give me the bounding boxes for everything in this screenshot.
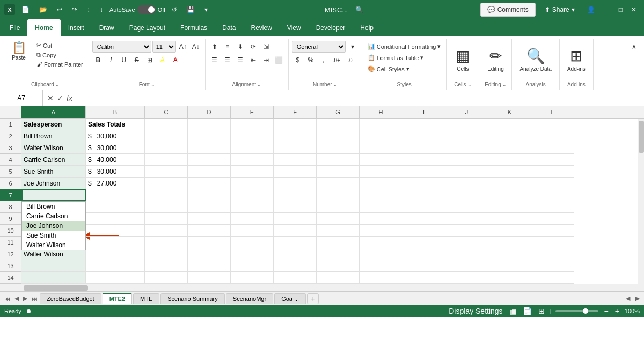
cell-g3[interactable] xyxy=(317,142,360,154)
cell-c8[interactable] xyxy=(145,201,188,213)
row-header-10[interactable]: 10 xyxy=(0,225,21,237)
cell-a4[interactable]: Carrie Carlson xyxy=(21,154,86,166)
tab-help[interactable]: Help xyxy=(353,19,381,36)
cell-j6[interactable] xyxy=(445,178,488,189)
cell-d2[interactable] xyxy=(188,130,231,142)
outdent-btn[interactable]: ⇤ xyxy=(247,54,259,66)
tab-insert[interactable]: Insert xyxy=(61,19,92,36)
cell-f5[interactable] xyxy=(274,166,317,178)
sort-desc-btn[interactable]: ↓ xyxy=(97,4,106,16)
cell-g8[interactable] xyxy=(317,201,360,213)
cell-a3[interactable]: Walter Wilson xyxy=(21,142,86,154)
cell-styles-btn[interactable]: 🎨 Cell Styles ▾ xyxy=(365,64,412,73)
col-header-c[interactable]: C xyxy=(145,106,188,118)
col-header-b[interactable]: B xyxy=(86,106,145,118)
cell-e8[interactable] xyxy=(231,201,274,213)
cell-k13[interactable] xyxy=(488,260,531,272)
cell-j5[interactable] xyxy=(445,166,488,178)
sheet-nav-first[interactable]: ⏮ xyxy=(2,294,12,303)
cell-b11[interactable] xyxy=(86,237,145,248)
cell-f12[interactable] xyxy=(274,248,317,260)
strikethrough-btn[interactable]: S xyxy=(131,54,143,66)
zoom-out-btn[interactable]: − xyxy=(603,307,609,315)
merge-btn[interactable]: ⬜ xyxy=(273,54,285,66)
row-header-5[interactable]: 5 xyxy=(0,166,21,178)
cells-btn[interactable]: ▦ Cells xyxy=(450,45,475,74)
cell-i11[interactable] xyxy=(402,237,445,248)
font-name-select[interactable]: Calibri xyxy=(92,41,151,53)
cell-h8[interactable] xyxy=(360,201,402,213)
fill-color-btn[interactable]: A xyxy=(157,54,169,66)
cell-d12[interactable] xyxy=(188,248,231,260)
cell-h4[interactable] xyxy=(360,154,402,166)
cell-k10[interactable] xyxy=(488,225,531,237)
minimize-btn[interactable]: — xyxy=(601,4,613,16)
sheet-scroll-left[interactable]: ◀ xyxy=(624,294,632,303)
indent-btn[interactable]: ⇥ xyxy=(260,54,272,66)
share-btn[interactable]: ⬆ Share ▾ xyxy=(538,3,582,17)
tab-page-layout[interactable]: Page Layout xyxy=(122,19,173,36)
row-header-12[interactable]: 12 xyxy=(0,248,21,260)
tab-data[interactable]: Data xyxy=(215,19,243,36)
comments-btn[interactable]: 💬 Comments xyxy=(480,3,536,17)
tab-view[interactable]: View xyxy=(280,19,309,36)
decrease-font-btn[interactable]: A↓ xyxy=(190,41,202,53)
addins-btn[interactable]: ⊞ Add-ins xyxy=(563,45,590,74)
cell-b9[interactable] xyxy=(86,213,145,225)
cell-l2[interactable] xyxy=(531,130,574,142)
cell-g6[interactable] xyxy=(317,178,360,189)
cell-g2[interactable] xyxy=(317,130,360,142)
cell-b14[interactable] xyxy=(86,272,145,284)
autosave-toggle[interactable]: AutoSave Off xyxy=(109,5,165,14)
cell-h14[interactable] xyxy=(360,272,402,284)
v-scroll-thumb[interactable] xyxy=(639,121,644,153)
save-btn[interactable]: 💾 xyxy=(184,4,198,16)
cell-a5[interactable]: Sue Smith xyxy=(21,166,86,178)
col-header-d[interactable]: D xyxy=(188,106,231,118)
cell-e14[interactable] xyxy=(231,272,274,284)
cell-k9[interactable] xyxy=(488,213,531,225)
underline-btn[interactable]: U xyxy=(118,54,130,66)
autosave-switch[interactable] xyxy=(137,5,156,14)
cell-g11[interactable] xyxy=(317,237,360,248)
cell-f6[interactable] xyxy=(274,178,317,189)
sheet-nav-next[interactable]: ▶ xyxy=(21,294,30,303)
col-header-k[interactable]: K xyxy=(488,106,531,118)
row-header-2[interactable]: 2 xyxy=(0,130,21,142)
tab-developer[interactable]: Developer xyxy=(309,19,353,36)
cell-d1[interactable] xyxy=(188,119,231,130)
open-btn[interactable]: 📂 xyxy=(36,4,50,16)
tab-draw[interactable]: Draw xyxy=(92,19,122,36)
display-settings-btn[interactable]: Display Settings xyxy=(448,307,503,315)
redo-btn[interactable]: ↷ xyxy=(69,4,80,16)
cell-g12[interactable] xyxy=(317,248,360,260)
cell-l9[interactable] xyxy=(531,213,574,225)
cell-a1[interactable]: Salesperson xyxy=(21,119,86,130)
cell-k7[interactable] xyxy=(488,189,531,201)
row-header-6[interactable]: 6 xyxy=(0,178,21,189)
maximize-btn[interactable]: □ xyxy=(616,4,626,16)
cell-l8[interactable] xyxy=(531,201,574,213)
cell-c9[interactable] xyxy=(145,213,188,225)
cell-g9[interactable] xyxy=(317,213,360,225)
cell-l7[interactable] xyxy=(531,189,574,201)
cell-k11[interactable] xyxy=(488,237,531,248)
cell-d4[interactable] xyxy=(188,154,231,166)
number-dropdown-btn[interactable]: ▾ xyxy=(347,41,358,53)
cell-e13[interactable] xyxy=(231,260,274,272)
cell-c13[interactable] xyxy=(145,260,188,272)
cell-e9[interactable] xyxy=(231,213,274,225)
cell-f3[interactable] xyxy=(274,142,317,154)
cell-l11[interactable] xyxy=(531,237,574,248)
row-header-3[interactable]: 3 xyxy=(0,142,21,154)
tab-formulas[interactable]: Formulas xyxy=(173,19,215,36)
formula-input[interactable] xyxy=(77,94,644,102)
col-header-g[interactable]: G xyxy=(317,106,360,118)
align-middle-btn[interactable]: ≡ xyxy=(222,41,233,53)
conditional-formatting-btn[interactable]: 📊 Conditional Formatting ▾ xyxy=(365,42,443,51)
cell-b2[interactable]: $ 30,000 xyxy=(86,130,145,142)
align-center-btn[interactable]: ☰ xyxy=(222,54,233,66)
cell-f2[interactable] xyxy=(274,130,317,142)
cell-i1[interactable] xyxy=(402,119,445,130)
cell-h6[interactable] xyxy=(360,178,402,189)
